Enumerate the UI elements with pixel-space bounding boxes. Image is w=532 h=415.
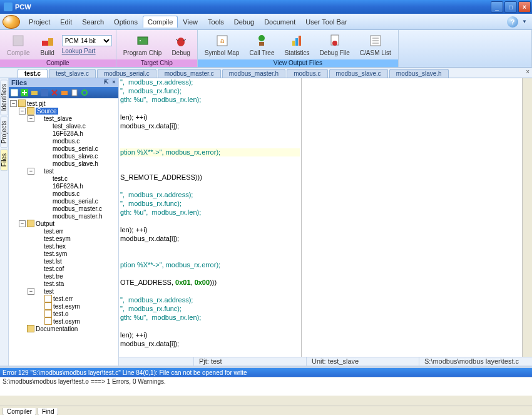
project-tree[interactable]: − test.pjt − Source <box>9 98 118 366</box>
tree-file[interactable]: test_slave.c <box>53 123 86 130</box>
toolbar-new-icon[interactable] <box>10 88 19 97</box>
sidebar-tab-projects[interactable]: Projects <box>0 116 8 148</box>
tree-file[interactable]: test.hex <box>44 243 66 250</box>
menu-compile[interactable]: Compile <box>143 16 178 28</box>
window-maximize-button[interactable]: □ <box>504 1 517 13</box>
tree-toggle[interactable]: − <box>19 220 26 227</box>
tree-toggle[interactable]: − <box>28 115 34 122</box>
tree-file[interactable]: test.tre <box>44 273 63 280</box>
window-minimize-button[interactable]: _ <box>491 1 503 13</box>
tree-file[interactable]: modbus.c <box>53 190 79 197</box>
out-file-icon <box>44 295 52 302</box>
help-icon[interactable]: ? <box>507 16 518 28</box>
tree-file[interactable]: test.esym <box>44 235 71 242</box>
tree-file[interactable]: test.lst <box>44 258 62 265</box>
statistics-button[interactable]: Statistics <box>280 31 314 58</box>
file-tab-modbus-slave-c[interactable]: modbus_slave.c <box>329 69 388 78</box>
panel-close-icon[interactable]: × <box>111 79 117 86</box>
window-close-button[interactable]: × <box>518 1 531 13</box>
tree-file[interactable]: 16F628A.h <box>53 130 83 137</box>
panel-pin-icon[interactable]: ⇱ <box>103 79 110 86</box>
tree-file[interactable]: 16F628A.h <box>53 183 83 190</box>
vertical-scrollbar[interactable] <box>522 78 532 357</box>
svg-rect-21 <box>11 89 18 96</box>
toolbar-add-icon[interactable] <box>20 88 29 97</box>
tree-file[interactable]: modbus_slave.c <box>53 153 98 160</box>
debug-file-button[interactable]: Debug File <box>315 31 354 58</box>
tree-toggle[interactable]: − <box>19 108 26 115</box>
tree-file[interactable]: modbus_serial.c <box>53 198 98 205</box>
toolbar-open-icon[interactable] <box>30 88 39 97</box>
tree-file[interactable]: test.osym <box>53 318 80 325</box>
debug-label: Debug <box>171 49 190 56</box>
toolbar-save-icon[interactable] <box>40 88 49 97</box>
tree-output-test-group[interactable]: test <box>44 288 54 295</box>
tree-output[interactable]: Output <box>36 220 54 227</box>
tree-project[interactable]: test.pjt <box>27 100 45 107</box>
file-tab-modbus-master-c[interactable]: modbus_master.c <box>158 69 221 78</box>
error-message[interactable]: Error 129 "S:\modbus\modbus layer\test.c… <box>0 368 532 377</box>
menu-options[interactable]: Options <box>109 16 143 28</box>
tree-toggle[interactable]: − <box>28 168 34 175</box>
compile-button[interactable]: Compile <box>3 31 34 58</box>
ribbon: Compile Build PCM 14 bit Lookup Part Com… <box>0 30 532 68</box>
sidebar-tab-identifiers[interactable]: Identifiers <box>0 79 8 115</box>
help-dropdown-icon[interactable]: ▼ <box>522 19 527 24</box>
bottom-tab-compiler[interactable]: Compiler <box>3 408 36 415</box>
file-tab-modbus-master-h[interactable]: modbus_master.h <box>222 69 286 78</box>
sidebar-tab-files[interactable]: Files <box>0 149 8 171</box>
menu-debug[interactable]: Debug <box>229 16 259 28</box>
lookup-part-link[interactable]: Lookup Part <box>62 48 112 54</box>
tree-file[interactable]: test.o <box>53 310 68 317</box>
svg-rect-29 <box>61 91 68 95</box>
svg-rect-10 <box>259 42 264 46</box>
tree-file[interactable]: modbus_serial.c <box>53 145 98 152</box>
tree-file[interactable]: test.err <box>53 295 73 302</box>
casm-list-button[interactable]: C/ASM List <box>356 31 396 58</box>
menu-document[interactable]: Document <box>259 16 300 28</box>
tree-file[interactable]: test.sym <box>44 250 67 257</box>
tree-source[interactable]: Source <box>36 108 58 115</box>
compiler-target-select[interactable]: PCM 14 bit <box>62 35 112 46</box>
tree-file[interactable]: modbus_slave.h <box>53 160 98 167</box>
toolbar-delete-icon[interactable] <box>50 88 59 97</box>
program-chip-button[interactable]: Program Chip <box>119 31 166 58</box>
menu-user-tool-bar[interactable]: User Tool Bar <box>300 16 352 28</box>
tree-file[interactable]: test.c <box>53 175 68 182</box>
code-pane-left[interactable]: ", modbus_rx.address); ", modbus_rx.func… <box>119 78 302 357</box>
symbol-map-button[interactable]: a Symbol Map <box>200 31 244 58</box>
build-button[interactable]: Build <box>36 31 59 58</box>
tree-file[interactable]: modbus.c <box>53 138 79 145</box>
tree-test-group[interactable]: test <box>44 168 54 175</box>
tree-test-slave-group[interactable]: test_slave <box>44 115 72 122</box>
menu-project[interactable]: Project <box>24 16 55 28</box>
tree-file[interactable]: test.esym <box>53 303 80 310</box>
menu-edit[interactable]: Edit <box>55 16 77 28</box>
tree-file[interactable]: test.sta <box>44 280 64 287</box>
tree-file[interactable]: modbus_master.c <box>53 205 102 212</box>
application-orb[interactable] <box>3 15 20 29</box>
file-tab-modbus-slave-h[interactable]: modbus_slave.h <box>389 69 449 78</box>
tree-toggle[interactable]: − <box>10 100 17 107</box>
menu-view[interactable]: View <box>178 16 203 28</box>
tree-file[interactable]: test.err <box>44 228 63 235</box>
bottom-tab-find[interactable]: Find <box>38 408 58 415</box>
toolbar-refresh-icon[interactable] <box>80 88 89 97</box>
file-tab-modbus-c[interactable]: modbus.c <box>287 69 327 78</box>
file-tab-test-c[interactable]: test.c <box>18 69 48 78</box>
toolbar-doc-icon[interactable] <box>70 88 79 97</box>
menu-search[interactable]: Search <box>77 16 109 28</box>
menu-tools[interactable]: Tools <box>203 16 229 28</box>
toolbar-folder-icon[interactable] <box>60 88 69 97</box>
tree-documentation[interactable]: Documentation <box>36 325 78 332</box>
file-tab-modbus-serial-c[interactable]: modbus_serial.c <box>97 69 156 78</box>
tree-file[interactable]: modbus_master.h <box>53 213 103 220</box>
call-tree-button[interactable]: Call Tree <box>245 31 279 58</box>
code-pane-right[interactable] <box>302 78 522 357</box>
files-panel-title: Files <box>11 79 27 86</box>
debug-button[interactable]: Debug <box>167 31 194 58</box>
file-tab-test-slave-c[interactable]: test_slave.c <box>49 69 96 78</box>
close-tab-icon[interactable]: × <box>526 68 529 75</box>
tree-toggle[interactable]: − <box>28 288 34 295</box>
tree-file[interactable]: test.cof <box>44 265 64 272</box>
